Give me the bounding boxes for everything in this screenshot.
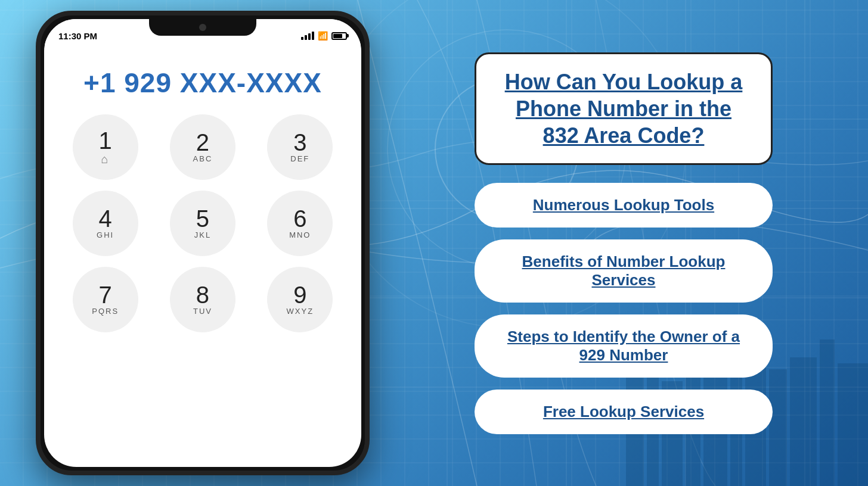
signal-bar-4 xyxy=(312,32,314,40)
menu-btn-benefits-label: Benefits of Number Lookup Services xyxy=(522,253,726,289)
dial-key-9[interactable]: 9 WXYZ xyxy=(267,267,333,332)
dial-key-4-number: 4 xyxy=(99,207,112,230)
status-time: 11:30 PM xyxy=(58,31,97,41)
dial-key-6-number: 6 xyxy=(293,207,306,230)
phone-section: 11:30 PM 📶 +1 929 XXX-XXXX xyxy=(18,0,388,486)
dial-key-4[interactable]: 4 GHI xyxy=(73,191,138,256)
dial-key-8-letters: TUV xyxy=(193,307,212,316)
right-section: How Can You Lookup a Phone Number in the… xyxy=(379,0,868,486)
dial-key-2-number: 2 xyxy=(196,130,209,154)
dial-key-5[interactable]: 5 JKL xyxy=(170,191,235,256)
title-card: How Can You Lookup a Phone Number in the… xyxy=(475,52,773,165)
menu-btn-lookup-tools-label: Numerous Lookup Tools xyxy=(533,196,714,214)
dial-key-3-number: 3 xyxy=(293,130,306,154)
camera-dot xyxy=(199,24,206,31)
dial-key-7-letters: PQRS xyxy=(92,307,119,316)
volume-down-button xyxy=(36,117,38,141)
phone-inner: 11:30 PM 📶 +1 929 XXX-XXXX xyxy=(44,19,361,467)
phone-number-display: +1 929 XXX-XXXX xyxy=(44,49,361,105)
signal-bar-1 xyxy=(301,37,303,40)
wifi-icon: 📶 xyxy=(318,31,328,40)
menu-btn-free-lookup-label: Free Lookup Services xyxy=(543,403,704,420)
signal-bars-icon xyxy=(301,32,314,40)
battery-icon xyxy=(331,32,347,40)
dial-key-8-number: 8 xyxy=(196,283,209,307)
power-button xyxy=(367,99,370,135)
menu-btn-benefits[interactable]: Benefits of Number Lookup Services xyxy=(475,239,773,303)
phone-notch xyxy=(149,19,256,36)
dial-key-2[interactable]: 2 ABC xyxy=(170,114,235,180)
signal-bar-3 xyxy=(308,33,311,40)
dial-key-9-letters: WXYZ xyxy=(287,307,314,316)
dial-key-1[interactable]: 1 ⌂ xyxy=(73,114,138,180)
dial-key-4-letters: GHI xyxy=(97,230,114,240)
page-title: How Can You Lookup a Phone Number in the… xyxy=(498,68,749,149)
dial-key-1-number: 1 xyxy=(99,129,112,152)
dial-key-9-number: 9 xyxy=(293,283,306,307)
menu-btn-steps-label: Steps to Identify the Owner of a 929 Num… xyxy=(507,328,740,364)
battery-fill xyxy=(333,34,342,38)
menu-btn-steps[interactable]: Steps to Identify the Owner of a 929 Num… xyxy=(475,314,773,378)
dial-key-3[interactable]: 3 DEF xyxy=(267,114,333,180)
dial-key-1-letters: ⌂ xyxy=(101,152,110,166)
phone-mockup: 11:30 PM 📶 +1 929 XXX-XXXX xyxy=(36,11,370,475)
phone-number-text: +1 929 XXX-XXXX xyxy=(56,67,349,99)
dialpad: 1 ⌂ 2 ABC 3 DEF 4 GHI 5 JKL xyxy=(44,114,361,332)
dial-key-7-number: 7 xyxy=(99,283,112,307)
dial-key-8[interactable]: 8 TUV xyxy=(170,267,235,332)
dial-key-3-letters: DEF xyxy=(290,154,309,164)
dial-key-7[interactable]: 7 PQRS xyxy=(73,267,138,332)
status-icons: 📶 xyxy=(301,31,347,40)
signal-bar-2 xyxy=(305,35,307,40)
menu-btn-free-lookup[interactable]: Free Lookup Services xyxy=(475,390,773,434)
menu-btn-lookup-tools[interactable]: Numerous Lookup Tools xyxy=(475,183,773,228)
volume-up-button xyxy=(36,87,38,111)
dial-key-2-letters: ABC xyxy=(193,154,213,164)
dial-key-5-letters: JKL xyxy=(194,230,211,240)
dial-key-6[interactable]: 6 MNO xyxy=(267,191,333,256)
dial-key-6-letters: MNO xyxy=(289,230,311,240)
dial-key-5-number: 5 xyxy=(196,207,209,230)
